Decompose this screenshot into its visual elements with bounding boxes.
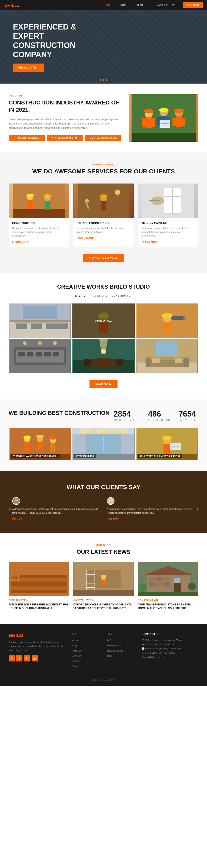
svg-rect-45 <box>149 200 159 202</box>
portfolio-item-1[interactable] <box>9 304 71 338</box>
social-icon-googleplus[interactable]: g+ <box>32 655 38 661</box>
service-desc-1: Descriptive paragraph that tells clients… <box>12 226 65 238</box>
service-title-2: FACADE ENGINEERING <box>77 221 130 225</box>
svg-rect-3 <box>146 117 152 128</box>
testimonials-prev-arrow[interactable]: ‹ <box>9 506 10 511</box>
testimonials-next-arrow[interactable]: › <box>197 506 198 511</box>
svg-rect-154 <box>73 590 134 596</box>
testimonials-wrapper: ‹ A descriptive paragraph that tells cli… <box>9 497 198 520</box>
footer-link-contact[interactable]: Contact <box>72 659 100 663</box>
footer-help-shop[interactable]: Shop & Service <box>107 649 135 652</box>
service-card-body-3: TILING & PAINTING Descriptive paragraph … <box>138 218 198 247</box>
nav-home[interactable]: HOME <box>102 4 111 7</box>
portfolio-tab-interior[interactable]: INTERIOR <box>75 294 88 298</box>
tiling-illustration <box>142 184 194 218</box>
svg-point-167 <box>188 583 196 590</box>
footer-link-services[interactable]: Services <box>72 654 100 657</box>
footer-links-list: Home Blog About Us Services Contact Proj… <box>72 638 100 668</box>
hero-content: EXPERIENCED & EXPERT CONSTRUCTION COMPAN… <box>13 22 104 72</box>
avatar-1 <box>12 497 20 505</box>
hero-dot-3[interactable] <box>106 79 108 81</box>
stat-num-1: 2854 <box>113 409 139 418</box>
learn-more-2[interactable]: LEARN MORE → <box>77 237 97 240</box>
svg-point-104 <box>49 436 57 440</box>
stat-projects-complete: 2854 PROJECT COMPLETE <box>113 409 139 421</box>
social-icon-twitter[interactable]: t <box>17 655 23 661</box>
blog-title-3: TYPE TRANSFORMING STONE BARN INTO HOME I… <box>138 603 198 610</box>
portfolio-item-4[interactable] <box>9 339 71 373</box>
stats-img-3: CONSTRUCTION INDUSTRY EXPERTISE <box>136 428 198 460</box>
stats-heading: WE BUILDING BEST CONSTRUCTION <box>9 409 113 417</box>
service-desc-3: Descriptive paragraph that tells clients… <box>142 226 195 238</box>
blog-card-body-2: CONSTRUCTION OXFORD BROOKES UNIVERSITY S… <box>73 596 134 613</box>
portfolio-item-5[interactable] <box>72 339 135 373</box>
nav-cta-button[interactable]: CONTACT <box>183 2 203 8</box>
badge-staff: 👷 PROFESSIONAL STAFF <box>47 135 83 141</box>
about-description: Descriptive paragraph that tells clients… <box>9 117 121 130</box>
footer-link-blog[interactable]: Blog <box>72 643 100 647</box>
svg-rect-43 <box>173 205 181 214</box>
svg-point-16 <box>174 108 184 113</box>
stats-img-label-1: PROFESSIONAL CONSTRUCTION SOLUTION <box>11 454 60 458</box>
view-more-services-button[interactable]: VIEW MORE SERVICES <box>83 254 124 262</box>
portfolio-bg-6 <box>136 339 198 373</box>
portfolio-overlay-2[interactable]: FRIGO INC. <box>72 304 135 338</box>
nav-page[interactable]: PAGE <box>172 4 179 7</box>
svg-rect-4 <box>142 118 146 127</box>
about-right <box>129 94 198 142</box>
hero-dot-1[interactable] <box>99 79 101 81</box>
load-more-button[interactable]: LOAD MORE <box>89 380 117 388</box>
nav-portfolio[interactable]: PORTFOLIO <box>131 4 147 7</box>
hero-cta-button[interactable]: GET A QUOTE → <box>13 64 44 72</box>
svg-rect-1 <box>131 133 196 142</box>
svg-rect-163 <box>164 582 170 587</box>
testimonial-2: A descriptive paragraph that tells clien… <box>107 497 195 520</box>
stat-happy-clients: 7654 HAPPY CLIENTS <box>179 409 198 421</box>
learn-more-1[interactable]: LEARN MORE → <box>12 241 32 243</box>
svg-point-166 <box>138 583 147 592</box>
svg-rect-152 <box>102 580 106 586</box>
footer-link-home[interactable]: Home <box>72 638 100 642</box>
site-logo[interactable]: BRILO. <box>4 3 19 8</box>
svg-rect-118 <box>164 444 171 454</box>
badge-exp-label: 25 YEARS EXPERIENCE <box>92 137 117 139</box>
footer-link-about[interactable]: About Us <box>72 649 100 652</box>
footer-link-projects[interactable]: Projects <box>72 664 100 668</box>
about-badges: 🔧 QUALITY CONTROL 👷 PROFESSIONAL STAFF 📅… <box>9 135 121 141</box>
services-section: OUR SERVICES WE DO AWESOME SERVICES FOR … <box>0 153 207 273</box>
footer-links-heading: LINK <box>72 632 100 636</box>
about-heading: CONSTRUCTION INDUSTRY AWARED OF IN 2021. <box>9 99 121 114</box>
portfolio-item-6[interactable] <box>136 339 198 373</box>
svg-point-153 <box>101 575 106 578</box>
portfolio-item-2[interactable]: FRIGO INC. <box>72 304 135 338</box>
footer-help-faq[interactable]: FAQ <box>107 638 135 642</box>
learn-more-3[interactable]: LEARN MORE → <box>142 241 162 243</box>
footer-bottom: © Brilo Consco - 2021 <box>9 676 198 681</box>
avatar-2 <box>107 497 115 505</box>
social-icon-facebook[interactable]: f <box>9 655 14 661</box>
portfolio-tab-constructor[interactable]: CONSTRUCTOR <box>112 294 132 298</box>
testimonial-text-2: A descriptive paragraph that tells clien… <box>107 507 195 515</box>
blog-card-1: CONSTRUCTION JON JOHNSTON REFRESHES MODE… <box>9 562 69 613</box>
footer-help-privacy[interactable]: Privacy Policy <box>107 643 135 647</box>
svg-rect-22 <box>13 209 65 218</box>
portfolio-tab-furniture[interactable]: FURNITURE <box>92 294 108 298</box>
nav-contact[interactable]: CONTACT US <box>150 4 168 7</box>
portfolio-item-3[interactable] <box>136 304 198 338</box>
svg-point-137 <box>10 575 13 578</box>
hero-dot-2[interactable] <box>102 79 105 81</box>
footer-help-jobs[interactable]: Jobs <box>107 654 135 657</box>
stats-top: WE BUILDING BEST CONSTRUCTION 2854 PROJE… <box>9 409 198 421</box>
svg-rect-110 <box>114 429 127 433</box>
svg-rect-50 <box>31 323 42 329</box>
footer-help-list: FAQ Privacy Policy Shop & Service Jobs <box>107 638 135 657</box>
nav-service[interactable]: SERVICE <box>115 4 127 7</box>
svg-point-82 <box>101 349 106 354</box>
calendar-icon: 📅 <box>88 137 91 139</box>
badge-staff-label: PROFESSIONAL STAFF <box>55 137 79 139</box>
svg-point-28 <box>44 194 51 198</box>
svg-rect-48 <box>10 320 70 322</box>
svg-point-64 <box>162 313 173 318</box>
social-icon-linkedin[interactable]: in <box>24 655 30 661</box>
portfolio-img-3 <box>137 304 197 338</box>
